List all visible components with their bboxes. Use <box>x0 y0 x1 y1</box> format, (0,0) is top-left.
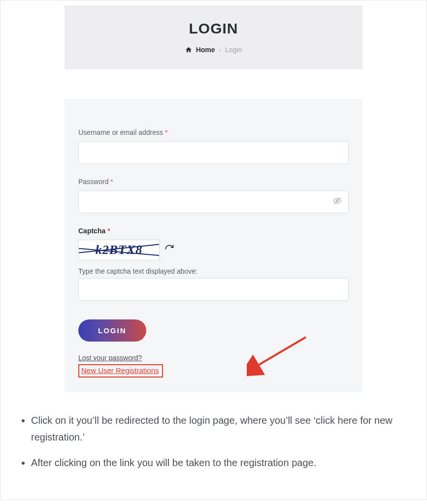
captcha-label: Captcha * <box>78 227 349 235</box>
home-icon <box>185 46 192 55</box>
captcha-reload-icon[interactable] <box>164 244 174 256</box>
breadcrumb-home-link[interactable]: Home <box>196 46 215 54</box>
breadcrumb-current: Login <box>225 46 242 54</box>
captcha-image: k2BTX8 <box>78 240 160 260</box>
captcha-hint: Type the captcha text displayed above: <box>78 267 349 275</box>
toggle-password-visibility-icon[interactable] <box>333 196 342 207</box>
lost-password-link[interactable]: Lost your password? <box>78 354 142 362</box>
page-header: LOGIN Home › Login <box>65 5 362 69</box>
captcha-input[interactable] <box>78 278 349 301</box>
password-label: Password * <box>78 178 349 186</box>
breadcrumb: Home › Login <box>65 46 362 55</box>
login-button[interactable]: LOGIN <box>78 319 146 342</box>
instruction-item: Click on it you’ll be redirected to the … <box>31 412 412 445</box>
password-input[interactable] <box>78 190 349 213</box>
login-form: Username or email address * Password * <box>65 99 362 392</box>
username-label: Username or email address * <box>78 128 349 136</box>
new-user-registrations-link[interactable]: New User Registrations <box>78 364 163 378</box>
instructions-list: Click on it you’ll be redirected to the … <box>0 397 427 500</box>
page-title: LOGIN <box>65 20 362 37</box>
instruction-item: After clicking on the link you will be t… <box>31 454 412 471</box>
breadcrumb-separator: › <box>219 46 221 54</box>
username-input[interactable] <box>78 141 349 164</box>
